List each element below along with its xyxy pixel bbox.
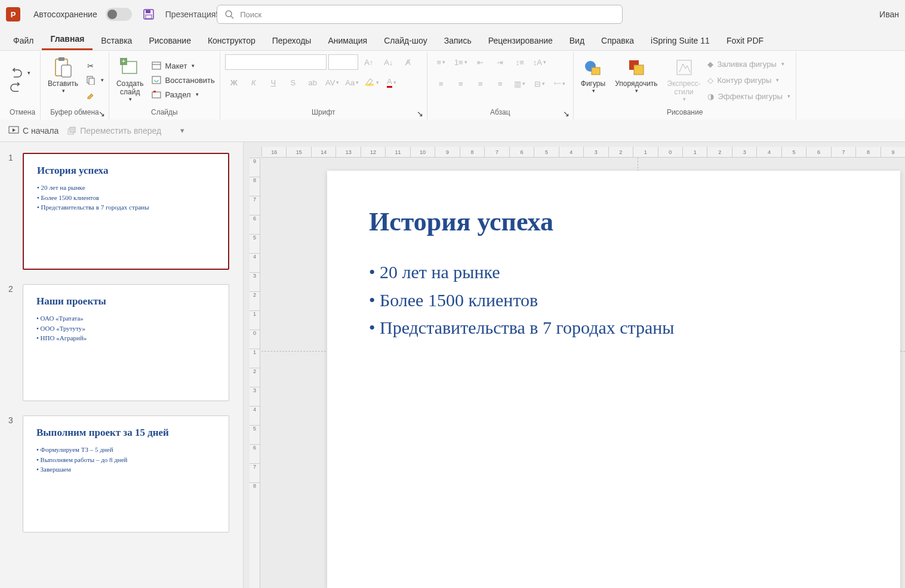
- slide-bullet[interactable]: • 20 лет на рынке: [369, 258, 858, 287]
- svg-rect-6: [59, 57, 64, 61]
- font-dialog-launcher[interactable]: ↘: [417, 109, 425, 118]
- thumb-3[interactable]: 3 Выполним проект за 15 дней • Формулиру…: [8, 415, 235, 532]
- clipboard-dialog-launcher[interactable]: ↘: [98, 109, 107, 118]
- format-painter-button[interactable]: [85, 89, 104, 100]
- slide-panel[interactable]: 1 История успеха • 20 лет на рынке • Бол…: [0, 142, 244, 588]
- case-icon[interactable]: Aa▾: [343, 75, 361, 90]
- reset-icon: [151, 75, 162, 85]
- thumbnail-slide-3[interactable]: Выполним проект за 15 дней • Формулируем…: [23, 415, 229, 532]
- text-direction-icon[interactable]: ↕A▾: [531, 54, 549, 70]
- tab-home[interactable]: Главная: [42, 29, 93, 50]
- svg-rect-13: [152, 62, 161, 69]
- shadow-icon[interactable]: ab: [304, 75, 322, 90]
- fill-icon: ◆: [707, 60, 713, 69]
- clear-format-icon[interactable]: A̸: [399, 54, 417, 70]
- tab-help[interactable]: Справка: [593, 31, 642, 50]
- line-spacing-icon[interactable]: ↕≡: [511, 54, 529, 70]
- canvas-area[interactable]: 161514131211109876543210123456789 987654…: [244, 142, 905, 588]
- highlight-icon[interactable]: ▾: [363, 75, 381, 90]
- shapes-button[interactable]: Фигуры▾: [578, 54, 608, 95]
- vertical-ruler: 987654321012345678: [250, 158, 260, 588]
- ribbon-tabs: Файл Главная Вставка Рисование Конструкт…: [0, 29, 905, 50]
- group-drawing: Фигуры▾ Упорядочить▾ Экспресс- стили▾ ◆З…: [574, 52, 797, 119]
- layout-button[interactable]: Макет▾: [151, 60, 215, 71]
- numbering-icon[interactable]: 1≡▾: [452, 54, 470, 70]
- workspace: 1 История успеха • 20 лет на рынке • Бол…: [0, 142, 905, 588]
- copy-button[interactable]: ▾: [85, 75, 104, 85]
- slide-bullet[interactable]: • Представительства в 7 городах страны: [369, 314, 858, 342]
- indent-inc-icon[interactable]: ⇥: [491, 54, 509, 70]
- copy-icon: [85, 75, 96, 85]
- indent-dec-icon[interactable]: ⇤: [472, 54, 490, 70]
- qat-overflow-icon[interactable]: ▾: [173, 123, 191, 138]
- justify-icon[interactable]: ≡: [491, 76, 509, 91]
- slide-canvas[interactable]: История успеха • 20 лет на рынке • Более…: [327, 171, 900, 588]
- tab-animations[interactable]: Анимация: [319, 31, 375, 50]
- search-box[interactable]: Поиск: [217, 5, 623, 24]
- bold-icon[interactable]: Ж: [225, 75, 243, 90]
- bullets-icon[interactable]: ≡▾: [432, 54, 450, 70]
- tab-file[interactable]: Файл: [5, 31, 42, 50]
- tab-review[interactable]: Рецензирование: [480, 31, 561, 50]
- outline-icon: ◇: [707, 76, 713, 85]
- save-icon[interactable]: [143, 8, 155, 20]
- search-placeholder: Поиск: [240, 10, 261, 19]
- svg-rect-16: [152, 92, 161, 98]
- thumb-1[interactable]: 1 История успеха • 20 лет на рынке • Бол…: [8, 153, 235, 270]
- tab-slideshow[interactable]: Слайд-шоу: [375, 31, 436, 50]
- move-forward-button[interactable]: Переместить вперед: [67, 126, 161, 136]
- font-color-icon[interactable]: A▾: [383, 75, 401, 90]
- tab-insert[interactable]: Вставка: [93, 31, 140, 50]
- user-name[interactable]: Иван: [879, 10, 899, 19]
- tab-record[interactable]: Запись: [436, 31, 480, 50]
- from-beginning-button[interactable]: С начала: [8, 126, 59, 136]
- horizontal-ruler: 161514131211109876543210123456789: [261, 147, 905, 158]
- svg-rect-20: [592, 67, 600, 75]
- spacing-icon[interactable]: AV▾: [324, 75, 341, 90]
- italic-icon[interactable]: К: [245, 75, 263, 90]
- shape-fill-button[interactable]: ◆Заливка фигуры▾: [707, 60, 791, 69]
- thumbnail-slide-1[interactable]: История успеха • 20 лет на рынке • Более…: [23, 153, 229, 270]
- svg-rect-26: [70, 127, 75, 133]
- new-slide-button[interactable]: + Создать слайд▾: [114, 54, 146, 103]
- columns-icon[interactable]: ▥▾: [511, 76, 529, 91]
- undo-button[interactable]: ▾: [10, 67, 30, 78]
- align-right-icon[interactable]: ≡: [472, 76, 490, 91]
- slide-bullet[interactable]: • Более 1500 клиентов: [369, 287, 858, 315]
- slide-title[interactable]: История успеха: [369, 207, 858, 237]
- shape-outline-button[interactable]: ◇Контур фигуры▾: [707, 76, 791, 85]
- svg-rect-7: [61, 65, 71, 77]
- reset-button[interactable]: Восстановить: [151, 75, 215, 85]
- strike-icon[interactable]: S: [284, 75, 302, 90]
- tab-transitions[interactable]: Переходы: [264, 31, 320, 50]
- para-dialog-launcher[interactable]: ↘: [563, 109, 571, 118]
- smartart-icon[interactable]: ⬳▾: [550, 76, 568, 91]
- thumbnail-slide-2[interactable]: Наши проекты • ОАО «Тратата» • ООО «Трут…: [23, 284, 229, 401]
- font-name-combo[interactable]: [225, 54, 327, 70]
- tab-design[interactable]: Конструктор: [199, 31, 264, 50]
- arrange-button[interactable]: Упорядочить▾: [612, 54, 660, 95]
- layout-icon: [151, 60, 162, 71]
- shape-effects-button[interactable]: ◑Эффекты фигуры▾: [707, 92, 791, 101]
- font-size-combo[interactable]: [328, 54, 358, 70]
- redo-button[interactable]: [10, 82, 30, 93]
- align-center-icon[interactable]: ≡: [452, 76, 470, 91]
- svg-rect-1: [146, 10, 150, 13]
- tab-view[interactable]: Вид: [561, 31, 593, 50]
- tab-ispring[interactable]: iSpring Suite 11: [642, 31, 718, 50]
- underline-icon[interactable]: Ч: [264, 75, 282, 90]
- tab-foxit[interactable]: Foxit PDF: [718, 31, 772, 50]
- paste-button[interactable]: Вставить▾: [45, 54, 81, 95]
- brush-icon: [85, 89, 96, 100]
- section-button[interactable]: Раздел▾: [151, 89, 215, 100]
- increase-font-icon[interactable]: A↑: [360, 54, 378, 70]
- thumb-2[interactable]: 2 Наши проекты • ОАО «Тратата» • ООО «Тр…: [8, 284, 235, 401]
- align-text-icon[interactable]: ⊟▾: [531, 76, 549, 91]
- tab-draw[interactable]: Рисование: [140, 31, 199, 50]
- align-left-icon[interactable]: ≡: [432, 76, 450, 91]
- cut-button[interactable]: ✂: [85, 60, 104, 71]
- autosave-toggle[interactable]: [106, 8, 132, 21]
- quick-styles-button[interactable]: Экспресс- стили▾: [665, 54, 703, 103]
- bring-forward-icon: [67, 126, 76, 136]
- decrease-font-icon[interactable]: A↓: [380, 54, 398, 70]
